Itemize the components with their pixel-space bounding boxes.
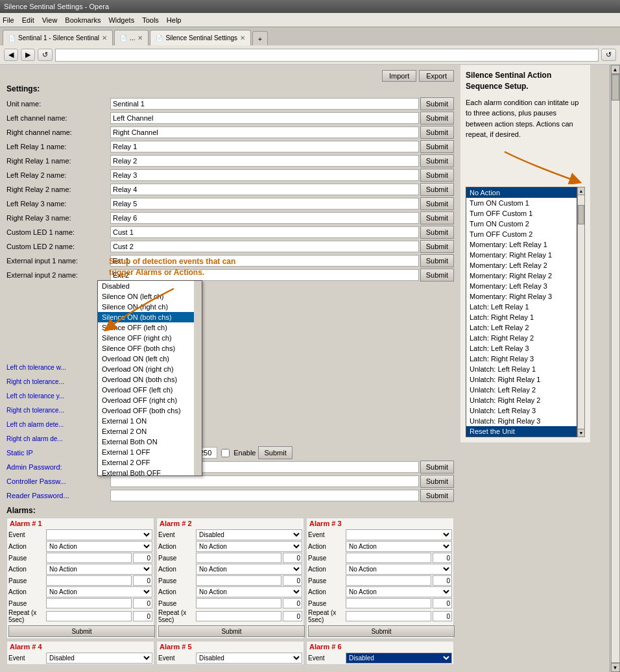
alarm2-event-select[interactable]: Disabled [196, 529, 302, 540]
action-item-latch-right-relay1[interactable]: Latch: Right Relay 1 [466, 312, 577, 322]
input-relay2left[interactable] [110, 169, 419, 181]
dd-item-overload-on-right[interactable]: Overload ON (right ch) [98, 364, 194, 374]
dd-item-silence-off-left[interactable]: Silence OFF (left ch) [98, 322, 194, 333]
menu-bookmarks[interactable]: Bookmarks [65, 16, 101, 24]
action-scroll-down[interactable]: ▼ [578, 429, 584, 437]
tab-settings[interactable]: 📄 Silence Sentinal Settings ✕ [150, 30, 251, 45]
input-relay2right[interactable] [110, 184, 419, 195]
back-button[interactable]: ◀ [4, 49, 18, 61]
export-button[interactable]: Export [419, 70, 454, 82]
menu-edit[interactable]: Edit [22, 16, 34, 24]
input-cust2[interactable] [110, 241, 419, 252]
alarm1-pause2-input[interactable] [46, 575, 132, 586]
alarm3-repeat-num[interactable] [433, 611, 452, 621]
alarm3-pause3-input[interactable] [346, 598, 431, 608]
main-scrollbar[interactable]: ▲ ▼ [610, 65, 620, 672]
scroll-up-btn[interactable]: ▲ [611, 65, 620, 74]
alarm1-action3-select[interactable]: No Action [46, 586, 152, 597]
input-unitname[interactable] [110, 98, 419, 110]
alarm2-pause2-input[interactable] [196, 575, 281, 586]
alarm2-action3-select[interactable]: No Action [196, 586, 302, 597]
input-leftchannel[interactable] [110, 112, 419, 124]
input-relay3right[interactable] [110, 212, 419, 224]
dd-item-ext2-off[interactable]: External 2 OFF [98, 457, 194, 468]
submit-relay2right[interactable]: Submit [420, 183, 454, 196]
alarm1-pause1-num[interactable] [133, 553, 152, 563]
dd-item-ext1-on[interactable]: External 1 ON [98, 416, 194, 426]
action-item-unlatch-right-relay1[interactable]: Unlatch: Right Relay 1 [466, 374, 577, 385]
action-item-reset-unit[interactable]: Reset the Unit [466, 426, 577, 437]
submit-relay2left[interactable]: Submit [420, 169, 454, 182]
action-item-mom-right-relay3[interactable]: Momentary: Right Relay 3 [466, 291, 577, 302]
alarm1-pause3-input[interactable] [46, 598, 132, 608]
forward-button[interactable]: ▶ [21, 49, 35, 61]
submit-ext2[interactable]: Submit [420, 269, 454, 282]
action-item-mom-right-relay1[interactable]: Momentary: Right Relay 1 [466, 250, 577, 260]
action-item-turn-off-cust1[interactable]: Turn OFF Custom 1 [466, 208, 577, 219]
scroll-track[interactable] [611, 74, 620, 663]
import-button[interactable]: Import [382, 70, 416, 82]
alarm3-action2-select[interactable]: No Action [346, 564, 452, 575]
input-rightchannel[interactable] [110, 126, 419, 138]
dd-item-silence-off-right[interactable]: Silence OFF (right ch) [98, 333, 194, 343]
dd-item-overload-off-both[interactable]: Overload OFF (both chs) [98, 405, 194, 416]
scroll-down-btn[interactable]: ▼ [611, 663, 620, 672]
alarm1-pause2-num[interactable] [133, 575, 152, 586]
input-ext1[interactable] [110, 255, 419, 267]
submit-cust2[interactable]: Submit [420, 240, 454, 253]
submit-relay3right[interactable]: Submit [420, 211, 454, 224]
menu-widgets[interactable]: Widgets [108, 16, 134, 24]
menu-tools[interactable]: Tools [142, 16, 159, 24]
submit-adminpass[interactable]: Submit [420, 461, 454, 474]
action-item-unlatch-left-relay3[interactable]: Unlatch: Left Relay 3 [466, 405, 577, 416]
dd-item-silence-on-left[interactable]: Silence ON (left ch) [98, 291, 194, 302]
alarm2-pause3-num[interactable] [283, 598, 302, 608]
dd-item-overload-on-both[interactable]: Overload ON (both chs) [98, 374, 194, 385]
input-relay1right[interactable] [110, 155, 419, 167]
alarm3-pause1-input[interactable] [346, 553, 431, 563]
submit-relay1right[interactable]: Submit [420, 154, 454, 167]
action-item-unlatch-left-relay2[interactable]: Unlatch: Left Relay 2 [466, 385, 577, 395]
alarm3-action3-select[interactable]: No Action [346, 586, 452, 597]
alarm2-pause2-num[interactable] [283, 575, 302, 586]
action-item-turn-on-cust2[interactable]: Turn ON Custom 2 [466, 219, 577, 229]
alarm1-pause3-num[interactable] [133, 598, 152, 608]
dd-item-silence-on-right[interactable]: Silence ON (right ch) [98, 302, 194, 312]
dd-item-ext2-on[interactable]: External 2 ON [98, 426, 194, 437]
alarm3-event-select[interactable] [346, 529, 452, 540]
action-item-unlatch-right-relay2[interactable]: Unlatch: Right Relay 2 [466, 395, 577, 405]
scroll-thumb[interactable] [612, 75, 619, 101]
dd-item-overload-off-right[interactable]: Overload OFF (right ch) [98, 395, 194, 405]
action-item-latch-left-relay2[interactable]: Latch: Left Relay 2 [466, 322, 577, 333]
alarm1-event-select[interactable] [46, 529, 152, 540]
input-relay3left[interactable] [110, 198, 419, 210]
submit-readerpass[interactable]: Submit [420, 489, 454, 502]
alarm3-pause2-num[interactable] [433, 575, 452, 586]
dd-item-extboth-on[interactable]: External Both ON [98, 437, 194, 447]
action-scroll-track[interactable] [578, 195, 584, 429]
action-item-latch-right-relay2[interactable]: Latch: Right Relay 2 [466, 333, 577, 343]
alarm2-action1-select[interactable]: No Action [196, 541, 302, 552]
action-item-mom-left-relay2[interactable]: Momentary: Left Relay 2 [466, 260, 577, 270]
alarm6-event-select[interactable]: Disabled [346, 653, 452, 664]
dd-item-ext1-off[interactable]: External 1 OFF [98, 447, 194, 457]
action-item-unlatch-right-relay3[interactable]: Unlatch: Right Relay 3 [466, 416, 577, 426]
action-item-latch-left-relay1[interactable]: Latch: Left Relay 1 [466, 302, 577, 312]
input-ctrlpass[interactable] [110, 475, 419, 487]
action-item-mom-left-relay3[interactable]: Momentary: Left Relay 3 [466, 281, 577, 291]
dd-item-silence-on-both[interactable]: Silence ON (both chs) [98, 312, 194, 322]
action-item-mom-left-relay1[interactable]: Momentary: Left Relay 1 [466, 239, 577, 250]
action-scroll-thumb[interactable] [578, 205, 584, 224]
action-item-unlatch-left-relay1[interactable]: Unlatch: Left Relay 1 [466, 364, 577, 374]
action-item-no-action[interactable]: No Action [466, 187, 577, 198]
submit-ext1[interactable]: Submit [420, 254, 454, 267]
alarm2-repeat-input[interactable] [196, 611, 281, 621]
alarm2-repeat-num[interactable] [283, 611, 302, 621]
tab-settings-close[interactable]: ✕ [240, 34, 245, 42]
alarm3-pause1-num[interactable] [433, 553, 452, 563]
dd-item-extboth-off[interactable]: External Both OFF [98, 468, 194, 475]
input-ext2[interactable] [110, 269, 419, 281]
input-relay1left[interactable] [110, 141, 419, 152]
submit-unitname[interactable]: Submit [420, 97, 454, 110]
menu-file[interactable]: File [3, 16, 14, 24]
